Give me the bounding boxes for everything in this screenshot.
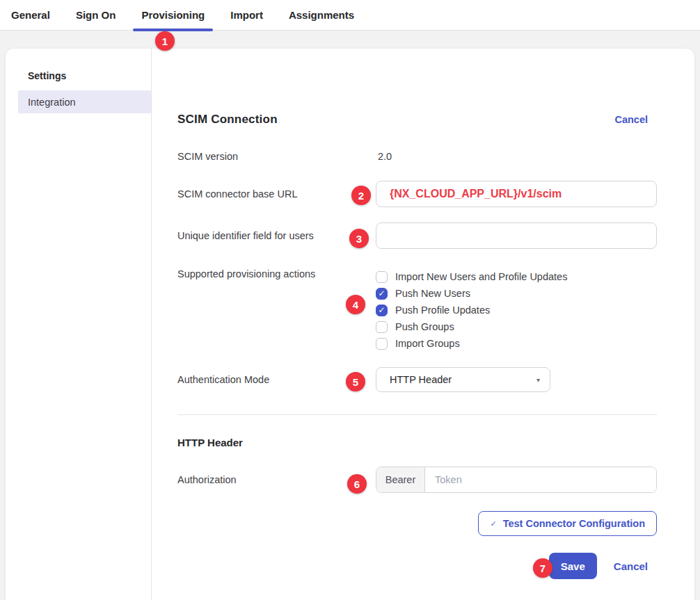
scim-version-label: SCIM version [177,151,376,162]
form-actions-row: Save Cancel [177,553,657,579]
tab-import[interactable]: Import [230,0,263,30]
sidebar-item-label: Integration [28,97,76,108]
tab-general[interactable]: General [11,0,50,30]
http-header-section-title: HTTP Header [177,437,657,448]
scim-connection-form: SCIM Connection Cancel SCIM version 2.0 … [152,49,694,600]
check-icon: ✓ [490,519,496,528]
tab-provisioning[interactable]: Provisioning [141,0,205,30]
page-title: SCIM Connection [177,113,278,127]
checkbox-import-new-users[interactable]: ✓ Import New Users and Profile Updates [376,268,657,285]
checkbox-import-groups[interactable]: ✓ Import Groups [376,335,657,352]
base-url-label: SCIM connector base URL [177,188,376,200]
check-icon: ✓ [378,306,385,314]
check-icon: ✓ [378,289,385,298]
checkbox-box[interactable]: ✓ [376,271,388,283]
unique-id-input[interactable] [376,222,657,249]
provisioning-actions-row: Supported provisioning actions ✓ Import … [177,268,657,352]
bearer-prefix: Bearer [376,467,425,492]
unique-id-label: Unique identifier field for users [177,230,376,241]
sidebar-item-integration[interactable]: Integration [18,90,151,113]
auth-mode-select[interactable]: HTTP Header ▾ [376,367,550,392]
checkbox-label: Push New Users [395,288,470,299]
checkbox-box[interactable]: ✓ [376,305,388,316]
checkbox-label: Import Groups [395,338,460,349]
section-divider [177,414,657,415]
cancel-link-top[interactable]: Cancel [614,114,648,125]
checkbox-box[interactable]: ✓ [376,321,388,333]
token-input[interactable] [425,467,656,492]
authorization-input-group: Bearer [376,467,657,493]
tab-assignments[interactable]: Assignments [289,0,354,30]
test-connector-button[interactable]: ✓ Test Connector Configuration [478,511,657,536]
annotation-badge-6: 6 [347,474,367,494]
settings-sidebar: Settings Integration [6,49,152,600]
page-background: Settings Integration SCIM Connection Can… [0,31,700,600]
content-card: Settings Integration SCIM Connection Can… [6,49,694,600]
auth-mode-selected-value: HTTP Header [390,374,452,385]
checkbox-push-profile-updates[interactable]: ✓ Push Profile Updates [376,302,657,318]
authorization-label: Authorization [177,474,376,485]
checkbox-box[interactable]: ✓ [376,288,388,300]
scim-version-row: SCIM version 2.0 [177,150,657,163]
base-url-row: SCIM connector base URL [177,181,657,207]
checkbox-label: Import New Users and Profile Updates [395,271,567,282]
checkbox-label: Push Groups [395,321,454,332]
tab-sign-on[interactable]: Sign On [76,0,116,30]
checkbox-box[interactable]: ✓ [376,338,388,350]
auth-mode-row: Authentication Mode HTTP Header ▾ [177,367,657,392]
test-connector-row: ✓ Test Connector Configuration [177,511,657,536]
annotation-badge-5: 5 [346,372,365,391]
annotation-badge-3: 3 [349,229,369,248]
authorization-row: Authorization Bearer [177,467,657,493]
app-tabbar: General Sign On Provisioning Import Assi… [0,0,700,31]
test-connector-label: Test Connector Configuration [503,518,645,529]
sidebar-header: Settings [28,70,151,81]
annotation-badge-7: 7 [533,558,552,578]
provisioning-actions-label: Supported provisioning actions [177,268,376,352]
annotation-badge-2: 2 [351,186,371,205]
annotation-badge-1: 1 [155,31,175,51]
unique-id-row: Unique identifier field for users [177,222,657,249]
scim-version-value: 2.0 [376,151,392,162]
annotation-badge-4: 4 [346,295,365,314]
base-url-input[interactable] [376,181,657,207]
checkbox-push-new-users[interactable]: ✓ Push New Users [376,285,657,302]
checkbox-push-groups[interactable]: ✓ Push Groups [376,318,657,335]
checkbox-label: Push Profile Updates [395,305,490,316]
form-header: SCIM Connection Cancel [177,113,657,127]
save-button[interactable]: Save [549,553,597,579]
chevron-down-icon: ▾ [536,376,540,384]
cancel-button[interactable]: Cancel [614,560,648,572]
